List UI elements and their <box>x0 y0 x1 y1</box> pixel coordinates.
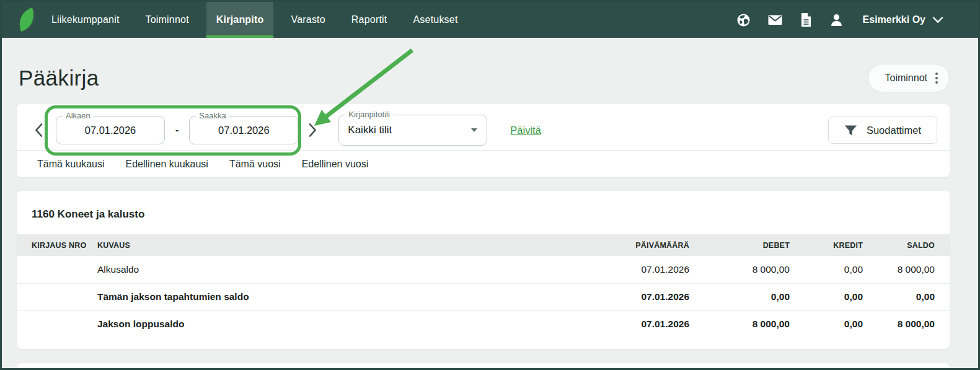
cell-balance: 8 000,00 <box>863 256 950 283</box>
cell-balance: 8 000,00 <box>863 311 950 338</box>
page-title: Pääkirja <box>19 66 99 90</box>
nav-menu: Liikekumppanit Toiminnot Kirjanpito Vara… <box>43 2 467 38</box>
cell-entry-no <box>17 283 97 311</box>
cell-entry-no <box>17 311 97 338</box>
cell-debit: 8 000,00 <box>689 256 790 283</box>
date-from-label: Alkaen <box>63 111 94 120</box>
cell-description: Tämän jakson tapahtumien saldo <box>97 283 528 311</box>
account-select[interactable]: Kirjanpitotili Kaikki tilit <box>338 115 487 146</box>
cell-credit: 0,00 <box>790 283 863 311</box>
nav-item-toiminnot[interactable]: Toiminnot <box>137 2 198 38</box>
account-title: 1160 Koneet ja kalusto <box>17 191 950 234</box>
table-row: Alkusaldo 07.01.2026 8 000,00 0,00 8 000… <box>17 256 950 283</box>
cell-date: 07.01.2026 <box>528 311 689 338</box>
cell-balance: 0,00 <box>863 283 950 311</box>
date-to-label: Saakka <box>196 111 229 120</box>
nav-right-tools: Esimerkki Oy <box>736 2 978 38</box>
top-navigation: Liikekumppanit Toiminnot Kirjanpito Vara… <box>2 2 978 38</box>
nav-item-kirjanpito[interactable]: Kirjanpito <box>206 2 274 38</box>
quick-link-previous-month[interactable]: Edellinen kuukausi <box>126 159 208 170</box>
account-select-label: Kirjanpitotili <box>345 110 392 119</box>
select-caret-icon <box>471 128 477 132</box>
quick-links-row: Tämä kuukausi Edellinen kuukausi Tämä vu… <box>17 150 950 177</box>
nav-item-asetukset[interactable]: Asetukset <box>404 2 466 38</box>
date-range-separator: - <box>175 125 179 136</box>
quick-link-this-year[interactable]: Tämä vuosi <box>229 159 281 170</box>
user-icon[interactable] <box>829 13 844 27</box>
date-from-field: Alkaen <box>56 116 165 144</box>
filter-funnel-icon <box>844 125 857 136</box>
table-row: Tämän jakson tapahtumien saldo 07.01.202… <box>17 283 950 311</box>
document-icon[interactable] <box>800 12 813 27</box>
cell-debit: 8 000,00 <box>689 311 790 338</box>
actions-button[interactable]: Toiminnot <box>868 64 950 92</box>
quick-link-this-month[interactable]: Tämä kuukausi <box>37 159 105 170</box>
leaf-logo-icon <box>15 6 38 33</box>
cell-description: Alkusaldo <box>97 256 528 283</box>
app-logo[interactable] <box>2 2 38 38</box>
chevron-right-icon <box>308 123 317 138</box>
quick-link-previous-year[interactable]: Edellinen vuosi <box>302 159 369 170</box>
cell-credit: 0,00 <box>790 256 863 283</box>
refresh-link[interactable]: Päivitä <box>510 125 541 136</box>
column-header-balance: SALDO <box>863 234 950 256</box>
cell-debit: 0,00 <box>689 283 790 311</box>
table-row: Jakson loppusaldo 07.01.2026 8 000,00 0,… <box>17 311 950 338</box>
ledger-card: 1160 Koneet ja kalusto KIRJAUS NRO KUVAU… <box>17 191 950 349</box>
date-to-field: Saakka <box>189 116 298 144</box>
cell-entry-no <box>17 256 97 283</box>
company-name: Esimerkki Oy <box>863 14 925 25</box>
filters-button[interactable]: Suodattimet <box>828 117 937 144</box>
previous-period-button[interactable] <box>32 120 46 140</box>
column-header-date: PÄIVÄMÄÄRÄ <box>528 234 689 256</box>
app-window: Liikekumppanit Toiminnot Kirjanpito Vara… <box>0 0 980 370</box>
kebab-menu-icon <box>935 73 938 84</box>
next-card-edge <box>17 363 950 368</box>
table-header-row: KIRJAUS NRO KUVAUS PÄIVÄMÄÄRÄ DEBET KRED… <box>17 234 950 256</box>
cell-date: 07.01.2026 <box>528 256 689 283</box>
page-header: Pääkirja Toiminnot <box>2 38 978 104</box>
next-period-button[interactable] <box>306 120 320 140</box>
nav-item-raportit[interactable]: Raportit <box>343 2 396 38</box>
cell-credit: 0,00 <box>790 311 863 338</box>
mail-icon[interactable] <box>767 12 783 27</box>
account-select-value: Kaikki tilit <box>339 124 392 136</box>
date-to-input[interactable] <box>190 117 298 144</box>
nav-item-liikekumppanit[interactable]: Liikekumppanit <box>43 2 128 38</box>
cell-description: Jakson loppusaldo <box>97 311 528 338</box>
date-from-input[interactable] <box>56 117 164 144</box>
cell-date: 07.01.2026 <box>528 283 689 311</box>
chevron-down-icon <box>932 17 943 24</box>
column-header-description: KUVAUS <box>97 234 528 256</box>
column-header-credit: KREDIT <box>790 234 863 256</box>
filters-button-label: Suodattimet <box>867 125 921 136</box>
filter-panel: Alkaen - Saakka Kirjanpitotili Kaikki ti… <box>17 104 950 177</box>
ledger-table: KIRJAUS NRO KUVAUS PÄIVÄMÄÄRÄ DEBET KRED… <box>17 234 950 338</box>
column-header-entry-no: KIRJAUS NRO <box>17 234 97 256</box>
filter-row: Alkaen - Saakka Kirjanpitotili Kaikki ti… <box>17 104 950 150</box>
column-header-debit: DEBET <box>689 234 790 256</box>
nav-item-varasto[interactable]: Varasto <box>282 2 333 38</box>
company-menu[interactable]: Esimerkki Oy <box>863 14 943 25</box>
actions-button-label: Toiminnot <box>885 73 927 84</box>
chevron-left-icon <box>34 123 43 138</box>
globe-icon[interactable] <box>736 13 751 27</box>
